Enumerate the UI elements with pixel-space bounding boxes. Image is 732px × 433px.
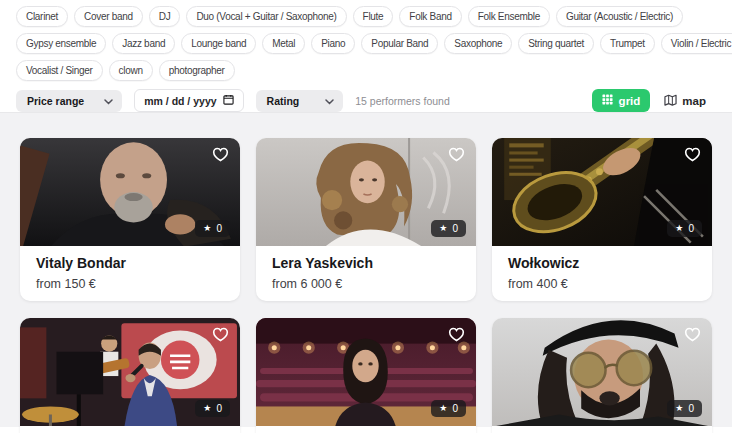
star-icon: ★ — [439, 404, 447, 413]
rating-badge: ★ 0 — [431, 400, 466, 417]
performer-card-lera-yaskevich[interactable]: ★ 0 Lera Yaskevich from 6 000 € — [256, 138, 476, 301]
favorite-heart-icon[interactable] — [448, 147, 465, 162]
price-range-label: Price range — [27, 95, 84, 107]
performer-price: from 150 € — [36, 278, 224, 291]
favorite-heart-icon[interactable] — [684, 147, 701, 162]
rating-value: 0 — [452, 223, 458, 234]
filter-chip-saxophone[interactable]: Saxophone — [444, 33, 512, 54]
card-info: Wołkowicz from 400 € — [492, 246, 712, 301]
card-photo: ★ 0 — [256, 318, 476, 426]
chip-row-1: Clarinet Cover band DJ Duo (Vocal + Guit… — [16, 6, 722, 27]
star-icon: ★ — [675, 404, 683, 413]
filter-chip-metal[interactable]: Metal — [262, 33, 305, 54]
chip-row-2: Gypsy ensemble Jazz band Lounge band Met… — [16, 33, 722, 54]
results-area: ★ 0 Vitaly Bondar from 150 € — [0, 112, 732, 427]
filter-chip-cover-band[interactable]: Cover band — [74, 6, 143, 27]
results-toolbar: Price range mm / dd / yyyy Rating 15 per… — [16, 89, 722, 112]
view-toggle: grid map — [592, 89, 706, 112]
filter-chip-jazz-band[interactable]: Jazz band — [112, 33, 175, 54]
performer-name: Wołkowicz — [508, 256, 696, 271]
performer-name: Lera Yaskevich — [272, 256, 460, 271]
filter-chip-clown[interactable]: clown — [109, 60, 153, 81]
filter-chip-folk-ensemble[interactable]: Folk Ensemble — [468, 6, 550, 27]
card-photo: ★ 0 — [492, 138, 712, 246]
performer-name: Vitaly Bondar — [36, 256, 224, 271]
card-info — [256, 426, 476, 433]
filter-chip-piano[interactable]: Piano — [311, 33, 355, 54]
filter-chip-clarinet[interactable]: Clarinet — [16, 6, 68, 27]
performer-price: from 6 000 € — [272, 278, 460, 291]
filter-chip-gypsy-ensemble[interactable]: Gypsy ensemble — [16, 33, 106, 54]
rating-value: 0 — [688, 223, 694, 234]
grid-icon — [602, 94, 613, 107]
grid-view-button[interactable]: grid — [592, 89, 651, 112]
chip-row-3: Vocalist / Singer clown photographer — [16, 60, 722, 81]
filter-chip-trumpet[interactable]: Trumpet — [600, 33, 655, 54]
performer-grid: ★ 0 Vitaly Bondar from 150 € — [20, 138, 712, 433]
map-view-button[interactable]: map — [664, 94, 706, 108]
star-icon: ★ — [675, 224, 683, 233]
card-info: Vitaly Bondar from 150 € — [20, 246, 240, 301]
performer-card-6[interactable]: ★ 0 — [492, 318, 712, 433]
star-icon: ★ — [203, 404, 211, 413]
favorite-heart-icon[interactable] — [684, 327, 701, 342]
rating-badge: ★ 0 — [667, 220, 702, 237]
rating-badge: ★ 0 — [431, 220, 466, 237]
date-input[interactable]: mm / dd / yyyy — [134, 89, 243, 112]
filter-chip-guitar[interactable]: Guitar (Acoustic / Electric) — [556, 6, 683, 27]
filter-chip-string-quartet[interactable]: String quartet — [518, 33, 594, 54]
performer-price: from 400 € — [508, 278, 696, 291]
map-button-label: map — [682, 95, 706, 107]
card-photo: ★ 0 — [20, 318, 240, 426]
favorite-heart-icon[interactable] — [212, 147, 229, 162]
card-info — [492, 426, 712, 433]
card-photo: ★ 0 — [20, 138, 240, 246]
filter-chip-lounge-band[interactable]: Lounge band — [181, 33, 256, 54]
chevron-down-icon — [325, 95, 334, 107]
filter-header: Clarinet Cover band DJ Duo (Vocal + Guit… — [0, 0, 732, 112]
map-icon — [664, 94, 677, 108]
rating-value: 0 — [688, 403, 694, 414]
filter-chip-popular-band[interactable]: Popular Band — [361, 33, 438, 54]
rating-value: 0 — [452, 403, 458, 414]
filter-chip-duo[interactable]: Duo (Vocal + Guitar / Saxophone) — [186, 6, 346, 27]
chevron-down-icon — [104, 95, 113, 107]
favorite-heart-icon[interactable] — [448, 327, 465, 342]
filter-chip-flute[interactable]: Flute — [353, 6, 394, 27]
price-range-select[interactable]: Price range — [16, 90, 122, 112]
performer-card-wolkowicz[interactable]: ★ 0 Wołkowicz from 400 € — [492, 138, 712, 301]
filter-chip-folk-band[interactable]: Folk Band — [399, 6, 461, 27]
rating-select[interactable]: Rating — [256, 90, 344, 112]
filter-chip-photographer[interactable]: photographer — [159, 60, 235, 81]
rating-value: 0 — [216, 403, 222, 414]
date-placeholder: mm / dd / yyyy — [144, 95, 216, 107]
rating-value: 0 — [216, 223, 222, 234]
star-icon: ★ — [203, 224, 211, 233]
rating-badge: ★ 0 — [195, 400, 230, 417]
rating-label: Rating — [267, 95, 300, 107]
performer-card-5[interactable]: ★ 0 — [256, 318, 476, 433]
card-photo: ★ 0 — [256, 138, 476, 246]
results-count: 15 performers found — [355, 95, 450, 107]
rating-badge: ★ 0 — [195, 220, 230, 237]
performer-card-4[interactable]: ★ 0 — [20, 318, 240, 433]
performer-card-vitaly-bondar[interactable]: ★ 0 Vitaly Bondar from 150 € — [20, 138, 240, 301]
card-photo: ★ 0 — [492, 318, 712, 426]
grid-button-label: grid — [619, 95, 641, 107]
rating-badge: ★ 0 — [667, 400, 702, 417]
star-icon: ★ — [439, 224, 447, 233]
filter-chip-violin[interactable]: Violin / Electric Violin — [661, 33, 732, 54]
card-info: Lera Yaskevich from 6 000 € — [256, 246, 476, 301]
filter-chip-dj[interactable]: DJ — [149, 6, 181, 27]
favorite-heart-icon[interactable] — [212, 327, 229, 342]
calendar-icon — [223, 94, 234, 107]
card-info — [20, 426, 240, 433]
filter-chip-vocalist[interactable]: Vocalist / Singer — [16, 60, 103, 81]
